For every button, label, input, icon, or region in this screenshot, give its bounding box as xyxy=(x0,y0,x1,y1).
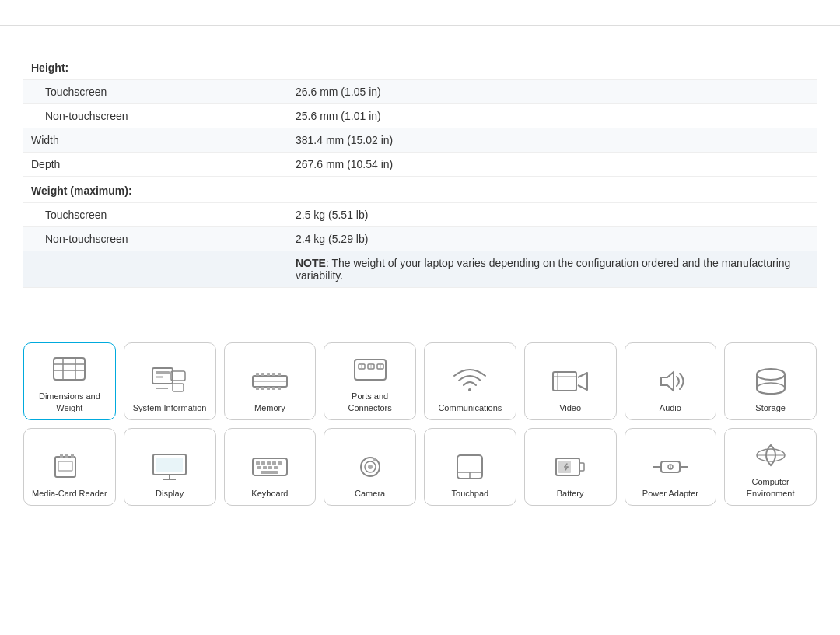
spec-label-width: Width xyxy=(23,128,288,153)
nav-label-camera: Camera xyxy=(355,488,385,499)
spec-value-note: NOTE: The weight of your laptop varies d… xyxy=(288,251,817,288)
svg-rect-53 xyxy=(257,466,261,469)
svg-rect-13 xyxy=(256,373,259,376)
nav-item-camera[interactable]: Camera xyxy=(324,428,416,506)
nav-item-sys-info[interactable]: System Information xyxy=(124,342,216,420)
spec-row-weight-non-touchscreen: Non‑touchscreen2.4 kg (5.29 lb) xyxy=(23,227,817,251)
spec-value-height-label xyxy=(288,54,817,80)
nav-label-ports-connectors: Ports and Connectors xyxy=(329,391,411,413)
audio-icon xyxy=(650,365,691,398)
memory-icon xyxy=(250,365,290,398)
nav-section: Dimensions and Weight System Information… xyxy=(0,327,840,529)
nav-item-storage[interactable]: Storage xyxy=(724,342,817,420)
nav-label-media-card: Media‑Card Reader xyxy=(32,488,107,499)
svg-rect-6 xyxy=(156,371,170,374)
svg-rect-16 xyxy=(272,373,275,376)
nav-item-dim-weight[interactable]: Dimensions and Weight xyxy=(23,342,116,420)
svg-rect-17 xyxy=(278,373,281,376)
nav-label-memory: Memory xyxy=(254,402,285,413)
svg-rect-7 xyxy=(156,376,163,378)
svg-rect-50 xyxy=(267,461,271,465)
nav-item-ports-connectors[interactable]: Ports and Connectors xyxy=(324,342,416,420)
svg-rect-0 xyxy=(54,358,85,380)
spec-row-height-label: Height: xyxy=(23,54,817,80)
nav-item-keyboard[interactable]: Keyboard xyxy=(224,428,317,506)
spec-label-note xyxy=(23,251,288,288)
media-card-icon xyxy=(49,451,89,483)
specs-table: Height:Touchscreen26.6 mm (1.05 in)Non‑t… xyxy=(23,54,817,288)
nav-label-sys-info: System Information xyxy=(133,402,207,413)
nav-label-storage: Storage xyxy=(755,402,786,413)
storage-icon xyxy=(751,365,791,398)
nav-label-keyboard: Keyboard xyxy=(251,488,288,499)
spec-row-width: Width381.4 mm (15.02 in) xyxy=(23,128,817,153)
spec-row-height-touchscreen: Touchscreen26.6 mm (1.05 in) xyxy=(23,80,817,104)
nav-row-1: Dimensions and Weight System Information… xyxy=(23,342,817,420)
svg-rect-56 xyxy=(274,466,278,469)
svg-rect-15 xyxy=(267,373,270,376)
svg-rect-19 xyxy=(261,387,264,390)
nav-item-audio[interactable]: Audio xyxy=(625,342,717,420)
svg-rect-18 xyxy=(256,387,259,390)
sys-info-icon xyxy=(149,365,190,398)
ports-connectors-icon xyxy=(350,353,390,386)
spec-row-height-non-touchscreen: Non‑touchscreen25.6 mm (1.01 in) xyxy=(23,104,817,128)
svg-rect-49 xyxy=(261,461,265,465)
spec-label-height-label: Height: xyxy=(23,54,288,80)
svg-rect-31 xyxy=(553,372,576,391)
spec-value-width: 381.4 mm (15.02 in) xyxy=(288,128,817,153)
nav-label-battery: Battery xyxy=(557,488,584,499)
keyboard-icon xyxy=(250,451,290,483)
svg-rect-14 xyxy=(261,373,264,376)
nav-row-2: Media‑Card Reader Display Keyboard Camer… xyxy=(23,428,817,506)
nav-label-power-adapter: Power Adapter xyxy=(642,488,698,499)
nav-item-computer-env[interactable]: Computer Environment xyxy=(724,428,817,506)
spec-value-weight-touchscreen: 2.5 kg (5.51 lb) xyxy=(288,203,817,227)
camera-icon xyxy=(350,451,390,483)
nav-item-touchpad[interactable]: Touchpad xyxy=(424,428,516,506)
spec-label-height-non-touchscreen: Non‑touchscreen xyxy=(23,104,288,128)
display-icon xyxy=(149,451,190,483)
spec-value-depth: 267.6 mm (10.54 in) xyxy=(288,153,817,177)
svg-point-30 xyxy=(468,388,471,391)
nav-label-dim-weight: Dimensions and Weight xyxy=(29,391,110,413)
power-adapter-icon xyxy=(650,451,691,483)
nav-item-video[interactable]: Video xyxy=(524,342,617,420)
nav-item-memory[interactable]: Memory xyxy=(224,342,317,420)
svg-point-36 xyxy=(757,383,785,394)
nav-item-communications[interactable]: Communications xyxy=(424,342,516,420)
nav-item-display[interactable]: Display xyxy=(124,428,216,506)
spec-row-weight-touchscreen: Touchscreen2.5 kg (5.51 lb) xyxy=(23,203,817,227)
spec-row-depth: Depth267.6 mm (10.54 in) xyxy=(23,153,817,177)
svg-rect-9 xyxy=(173,384,184,391)
nav-item-power-adapter[interactable]: Power Adapter xyxy=(625,428,717,506)
spec-label-depth: Depth xyxy=(23,153,288,177)
spec-value-height-touchscreen: 26.6 mm (1.05 in) xyxy=(288,80,817,104)
svg-rect-40 xyxy=(71,454,74,458)
svg-rect-38 xyxy=(60,454,63,458)
spec-label-weight-touchscreen: Touchscreen xyxy=(23,203,288,227)
svg-rect-39 xyxy=(65,454,68,458)
nav-label-communications: Communications xyxy=(438,402,502,413)
svg-rect-55 xyxy=(268,466,272,469)
nav-item-media-card[interactable]: Media‑Card Reader xyxy=(23,428,116,506)
nav-label-display: Display xyxy=(156,488,184,499)
touchpad-icon xyxy=(450,451,490,483)
spec-label-weight-non-touchscreen: Non‑touchscreen xyxy=(23,227,288,251)
svg-rect-20 xyxy=(267,387,270,390)
svg-rect-48 xyxy=(256,461,260,465)
spec-label-height-touchscreen: Touchscreen xyxy=(23,80,288,104)
computer-env-icon xyxy=(751,439,791,472)
svg-rect-51 xyxy=(272,461,276,465)
nav-label-touchpad: Touchpad xyxy=(452,488,489,499)
svg-marker-34 xyxy=(661,372,674,391)
main-content: Height:Touchscreen26.6 mm (1.05 in)Non‑t… xyxy=(0,26,840,303)
svg-rect-23 xyxy=(355,360,386,380)
svg-rect-22 xyxy=(278,387,281,390)
spec-value-weight-non-touchscreen: 2.4 kg (5.29 lb) xyxy=(288,227,817,251)
nav-item-battery[interactable]: Battery xyxy=(524,428,617,506)
battery-icon xyxy=(550,451,590,483)
svg-rect-41 xyxy=(58,461,72,471)
video-icon xyxy=(550,365,590,398)
svg-rect-43 xyxy=(156,458,183,472)
